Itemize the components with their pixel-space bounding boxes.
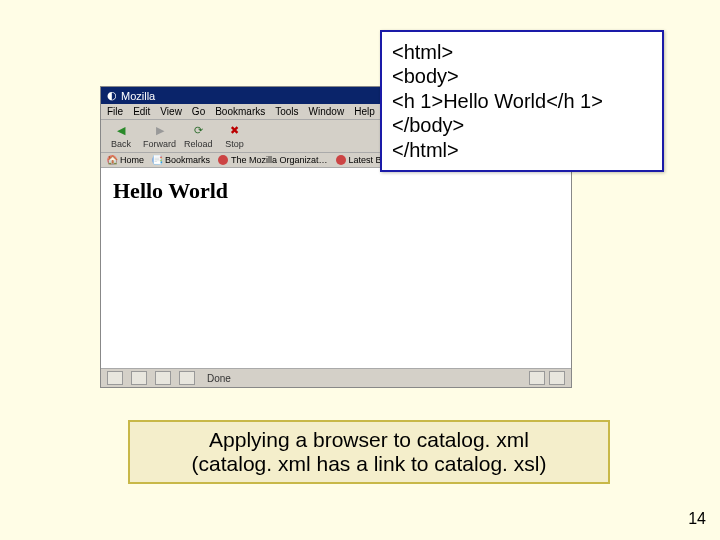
status-icon: [107, 371, 123, 385]
caption-box: Applying a browser to catalog. xml (cata…: [128, 420, 610, 484]
latest-icon: [336, 155, 346, 165]
status-icon: [179, 371, 195, 385]
reload-button[interactable]: ⟳ Reload: [184, 124, 213, 149]
app-icon: ◐: [107, 89, 117, 102]
menu-window[interactable]: Window: [309, 106, 345, 117]
menu-help[interactable]: Help: [354, 106, 375, 117]
stop-icon: ✖: [227, 124, 243, 138]
code-line: <html>: [392, 40, 652, 64]
back-icon: ◀: [113, 124, 129, 138]
home-label: Home: [120, 155, 144, 165]
page-number: 14: [688, 510, 706, 528]
page-content: Hello World: [101, 168, 571, 378]
reload-icon: ⟳: [190, 124, 206, 138]
moz-label: The Mozilla Organizat…: [231, 155, 328, 165]
code-line: <h 1>Hello World</h 1>: [392, 89, 652, 113]
menu-tools[interactable]: Tools: [275, 106, 298, 117]
back-label: Back: [111, 139, 131, 149]
window-title: Mozilla: [121, 90, 155, 102]
mozilla-link[interactable]: The Mozilla Organizat…: [218, 155, 328, 165]
stop-label: Stop: [225, 139, 244, 149]
menu-bookmarks[interactable]: Bookmarks: [215, 106, 265, 117]
menu-go[interactable]: Go: [192, 106, 205, 117]
forward-icon: ▶: [152, 124, 168, 138]
menu-file[interactable]: File: [107, 106, 123, 117]
code-line: <body>: [392, 64, 652, 88]
menu-view[interactable]: View: [160, 106, 182, 117]
work-icon: [549, 371, 565, 385]
code-line: </html>: [392, 138, 652, 162]
forward-button[interactable]: ▶ Forward: [143, 124, 176, 149]
moz-icon: [218, 155, 228, 165]
reload-label: Reload: [184, 139, 213, 149]
status-icon: [155, 371, 171, 385]
back-button[interactable]: ◀ Back: [107, 124, 135, 149]
html-source-box: <html> <body> <h 1>Hello World</h 1> </b…: [380, 30, 664, 172]
caption-line1: Applying a browser to catalog. xml: [134, 428, 604, 452]
bookmarks-icon: 📑: [152, 155, 162, 165]
stop-button[interactable]: ✖ Stop: [221, 124, 249, 149]
status-icon: [131, 371, 147, 385]
menu-edit[interactable]: Edit: [133, 106, 150, 117]
bookmarks-label: Bookmarks: [165, 155, 210, 165]
page-heading: Hello World: [113, 178, 559, 204]
status-text: Done: [207, 373, 231, 384]
code-line: </body>: [392, 113, 652, 137]
security-icon: [529, 371, 545, 385]
bookmarks-link[interactable]: 📑 Bookmarks: [152, 155, 210, 165]
slide: ◐ Mozilla _ □ × File Edit View Go Bookma…: [0, 0, 720, 540]
forward-label: Forward: [143, 139, 176, 149]
statusbar: Done: [101, 368, 571, 387]
home-link[interactable]: 🏠 Home: [107, 155, 144, 165]
status-right: [529, 371, 565, 385]
home-icon: 🏠: [107, 155, 117, 165]
caption-line2: (catalog. xml has a link to catalog. xsl…: [134, 452, 604, 476]
